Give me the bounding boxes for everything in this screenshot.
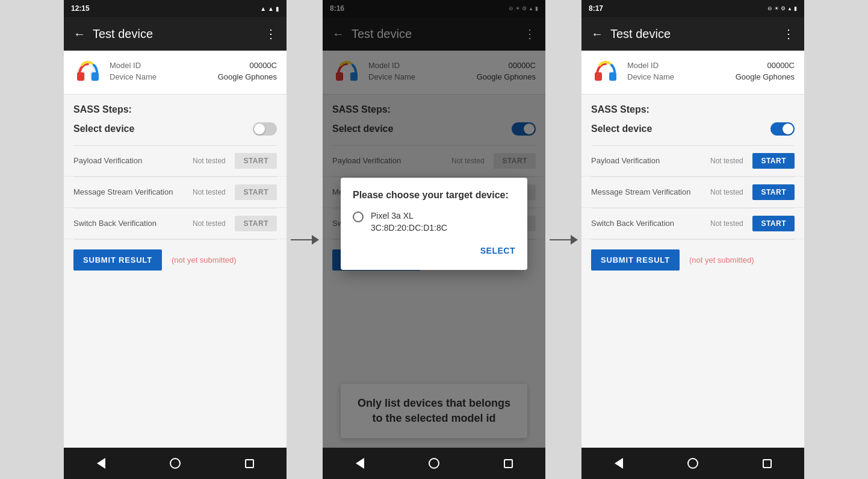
phone-screen-3: 8:17 ⊖ ☀ ⚙ ▲ ▮ ← Test device ⋮ (581, 0, 804, 479)
device-name-value-3: Google Gphones (736, 72, 795, 81)
screen-content-1: Model ID 00000C Device Name Google Gphon… (64, 51, 287, 448)
submit-btn-1[interactable]: SUBMIT RESULT (73, 249, 162, 271)
device-name-row-1: Device Name Google Gphones (110, 72, 277, 81)
nav-bar-3 (581, 448, 804, 479)
model-id-row-3: Model ID 00000C (627, 61, 795, 70)
select-device-row-3: Select device (591, 122, 795, 136)
nav-home-btn-2[interactable] (425, 454, 443, 472)
arrow-1 (287, 235, 323, 245)
device-info-3: Model ID 00000C Device Name Google Gphon… (627, 61, 795, 84)
select-device-toggle-3[interactable] (770, 122, 795, 136)
start-btn-3-0[interactable]: START (752, 153, 795, 169)
test-status-3-2: Not tested (705, 219, 748, 228)
test-row-1-2: Switch Back Verification Not tested STAR… (64, 208, 287, 239)
nav-home-btn-1[interactable] (166, 454, 184, 472)
submit-row-1: SUBMIT RESULT (not yet submitted) (64, 240, 287, 280)
start-btn-1-2[interactable]: START (235, 216, 277, 231)
device-name-row-3: Device Name Google Gphones (627, 72, 795, 81)
battery-icon-3: ▮ (794, 5, 797, 11)
device-name-value-1: Google Gphones (218, 72, 277, 81)
start-btn-3-1[interactable]: START (752, 184, 795, 200)
time-1: 12:15 (71, 4, 90, 13)
test-row-1-0: Payload Verification Not tested START (64, 146, 287, 177)
select-btn[interactable]: SELECT (480, 243, 515, 258)
screens-container: 12:15 ▲ ▲ ▮ ← Test device ⋮ (0, 0, 868, 479)
menu-button-3[interactable]: ⋮ (783, 27, 795, 41)
dialog-overlay: Please choose your target device: Pixel … (323, 0, 545, 448)
nav-back-btn-1[interactable] (92, 454, 110, 472)
nav-recent-btn-2[interactable] (499, 454, 517, 472)
status-icons-3: ⊖ ☀ ⚙ ▲ ▮ (767, 5, 797, 11)
device-card-3: Model ID 00000C Device Name Google Gphon… (581, 51, 804, 95)
submit-status-1: (not yet submitted) (172, 255, 237, 265)
device-name-label-3: Device Name (627, 72, 674, 81)
test-name-1-1: Message Stream Verification (73, 187, 183, 198)
model-id-row-1: Model ID 00000C (110, 61, 277, 70)
phone-screen-1: 12:15 ▲ ▲ ▮ ← Test device ⋮ (64, 0, 287, 479)
screen-content-3: Model ID 00000C Device Name Google Gphon… (581, 51, 804, 448)
select-device-label-1: Select device (73, 124, 134, 134)
app-title-3: Test device (610, 27, 783, 41)
device-id-option: 3C:8D:20:DC:D1:8C (371, 222, 447, 234)
nav-bar-1 (64, 448, 287, 479)
model-id-value-1: 00000C (249, 61, 277, 70)
test-status-1-0: Not tested (188, 157, 230, 165)
test-status-3-1: Not tested (705, 188, 748, 196)
status-bar-1: 12:15 ▲ ▲ ▮ (64, 0, 287, 17)
start-btn-1-1[interactable]: START (235, 184, 277, 200)
start-btn-1-0[interactable]: START (235, 153, 277, 169)
menu-button-1[interactable]: ⋮ (265, 27, 277, 41)
settings-icon-3: ⚙ (781, 5, 786, 11)
model-id-label-1: Model ID (110, 61, 141, 70)
svg-rect-5 (609, 72, 616, 81)
app-title-1: Test device (93, 27, 265, 41)
select-device-row-1: Select device (73, 122, 277, 136)
nav-recent-btn-3[interactable] (758, 454, 776, 472)
back-button-1[interactable]: ← (73, 27, 85, 41)
test-row-1-1: Message Stream Verification Not tested S… (64, 177, 287, 208)
test-status-1-1: Not tested (188, 188, 230, 196)
sass-title-3: SASS Steps: (591, 104, 795, 115)
device-logo-1 (73, 58, 102, 87)
dialog-option-0[interactable]: Pixel 3a XL 3C:8D:20:DC:D1:8C (353, 210, 515, 234)
usb-icon-3: ⊖ (767, 5, 772, 11)
nav-back-btn-2[interactable] (351, 454, 369, 472)
status-icons-1: ▲ ▲ ▮ (260, 5, 279, 12)
time-3: 8:17 (589, 4, 603, 13)
wifi-icon: ▲ (268, 5, 274, 12)
svg-rect-4 (595, 72, 602, 81)
dialog-box: Please choose your target device: Pixel … (341, 178, 527, 270)
nav-home-btn-3[interactable] (684, 454, 702, 472)
svg-rect-0 (77, 72, 84, 81)
radio-btn-0[interactable] (353, 211, 364, 222)
nav-bar-2 (323, 448, 545, 479)
test-name-3-0: Payload Verification (591, 156, 701, 166)
app-bar-1: ← Test device ⋮ (64, 17, 287, 51)
back-button-3[interactable]: ← (591, 27, 603, 41)
test-name-1-2: Switch Back Verification (73, 219, 183, 229)
arrow-2 (545, 235, 581, 245)
device-card-1: Model ID 00000C Device Name Google Gphon… (64, 51, 287, 95)
svg-rect-1 (91, 72, 99, 81)
test-status-3-0: Not tested (705, 157, 748, 165)
test-name-1-0: Payload Verification (73, 156, 183, 166)
sass-section-3: SASS Steps: Select device (581, 95, 804, 145)
device-name-label-1: Device Name (110, 72, 157, 81)
model-id-label-3: Model ID (627, 61, 659, 70)
device-logo-3 (591, 58, 620, 87)
nav-back-btn-3[interactable] (610, 454, 628, 472)
wifi2-icon-3: ▲ (787, 6, 792, 11)
device-name-option: Pixel 3a XL (371, 210, 447, 222)
model-id-value-3: 00000C (767, 61, 795, 70)
test-name-3-1: Message Stream Verification (591, 187, 701, 198)
usb-icon: ▲ (260, 5, 266, 12)
brightness-icon-3: ☀ (774, 5, 779, 11)
nav-recent-btn-1[interactable] (240, 454, 258, 472)
app-bar-3: ← Test device ⋮ (581, 17, 804, 51)
select-device-toggle-1[interactable] (253, 122, 277, 136)
submit-btn-3[interactable]: SUBMIT RESULT (591, 249, 680, 271)
device-info-1: Model ID 00000C Device Name Google Gphon… (110, 61, 277, 84)
test-row-3-2: Switch Back Verification Not tested STAR… (581, 208, 804, 239)
start-btn-3-2[interactable]: START (752, 216, 795, 231)
test-row-3-0: Payload Verification Not tested START (581, 146, 804, 177)
